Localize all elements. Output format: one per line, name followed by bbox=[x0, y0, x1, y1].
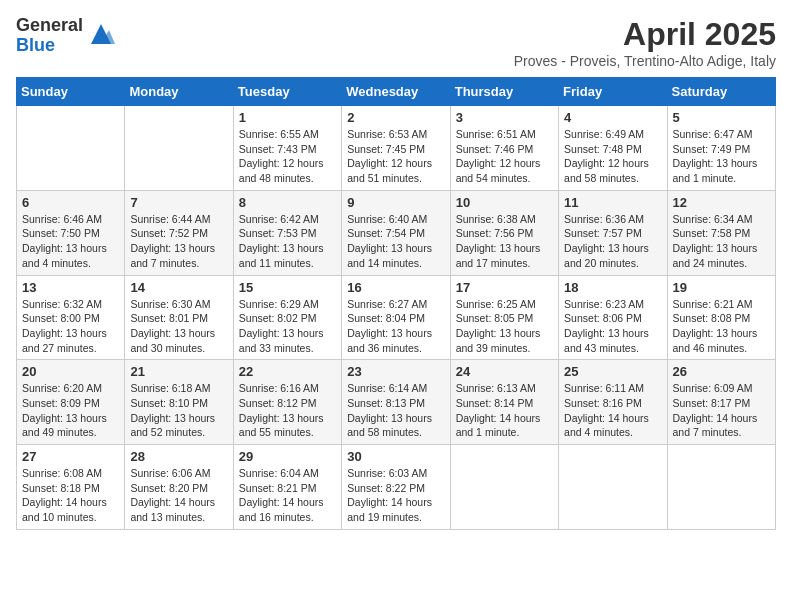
calendar-day-cell: 2Sunrise: 6:53 AM Sunset: 7:45 PM Daylig… bbox=[342, 106, 450, 191]
day-number: 27 bbox=[22, 449, 119, 464]
day-number: 14 bbox=[130, 280, 227, 295]
calendar-day-cell: 13Sunrise: 6:32 AM Sunset: 8:00 PM Dayli… bbox=[17, 275, 125, 360]
logo-blue: Blue bbox=[16, 36, 83, 56]
calendar-day-cell: 24Sunrise: 6:13 AM Sunset: 8:14 PM Dayli… bbox=[450, 360, 558, 445]
day-info: Sunrise: 6:36 AM Sunset: 7:57 PM Dayligh… bbox=[564, 212, 661, 271]
day-info: Sunrise: 6:34 AM Sunset: 7:58 PM Dayligh… bbox=[673, 212, 770, 271]
day-number: 7 bbox=[130, 195, 227, 210]
day-info: Sunrise: 6:27 AM Sunset: 8:04 PM Dayligh… bbox=[347, 297, 444, 356]
day-header-sunday: Sunday bbox=[17, 78, 125, 106]
day-number: 5 bbox=[673, 110, 770, 125]
day-number: 23 bbox=[347, 364, 444, 379]
day-number: 8 bbox=[239, 195, 336, 210]
day-info: Sunrise: 6:18 AM Sunset: 8:10 PM Dayligh… bbox=[130, 381, 227, 440]
day-info: Sunrise: 6:53 AM Sunset: 7:45 PM Dayligh… bbox=[347, 127, 444, 186]
day-number: 13 bbox=[22, 280, 119, 295]
day-header-friday: Friday bbox=[559, 78, 667, 106]
day-number: 2 bbox=[347, 110, 444, 125]
logo-icon bbox=[87, 20, 115, 48]
empty-cell bbox=[559, 445, 667, 530]
empty-cell bbox=[17, 106, 125, 191]
calendar-day-cell: 20Sunrise: 6:20 AM Sunset: 8:09 PM Dayli… bbox=[17, 360, 125, 445]
calendar-week-row: 1Sunrise: 6:55 AM Sunset: 7:43 PM Daylig… bbox=[17, 106, 776, 191]
day-number: 29 bbox=[239, 449, 336, 464]
day-number: 22 bbox=[239, 364, 336, 379]
day-number: 30 bbox=[347, 449, 444, 464]
subtitle: Proves - Proveis, Trentino-Alto Adige, I… bbox=[514, 53, 776, 69]
day-header-tuesday: Tuesday bbox=[233, 78, 341, 106]
empty-cell bbox=[125, 106, 233, 191]
calendar-day-cell: 5Sunrise: 6:47 AM Sunset: 7:49 PM Daylig… bbox=[667, 106, 775, 191]
day-info: Sunrise: 6:23 AM Sunset: 8:06 PM Dayligh… bbox=[564, 297, 661, 356]
calendar-day-cell: 16Sunrise: 6:27 AM Sunset: 8:04 PM Dayli… bbox=[342, 275, 450, 360]
calendar-day-cell: 9Sunrise: 6:40 AM Sunset: 7:54 PM Daylig… bbox=[342, 190, 450, 275]
day-number: 12 bbox=[673, 195, 770, 210]
day-number: 9 bbox=[347, 195, 444, 210]
day-info: Sunrise: 6:29 AM Sunset: 8:02 PM Dayligh… bbox=[239, 297, 336, 356]
day-header-monday: Monday bbox=[125, 78, 233, 106]
calendar-day-cell: 8Sunrise: 6:42 AM Sunset: 7:53 PM Daylig… bbox=[233, 190, 341, 275]
day-info: Sunrise: 6:03 AM Sunset: 8:22 PM Dayligh… bbox=[347, 466, 444, 525]
day-number: 3 bbox=[456, 110, 553, 125]
day-number: 25 bbox=[564, 364, 661, 379]
calendar-week-row: 20Sunrise: 6:20 AM Sunset: 8:09 PM Dayli… bbox=[17, 360, 776, 445]
day-number: 18 bbox=[564, 280, 661, 295]
day-info: Sunrise: 6:20 AM Sunset: 8:09 PM Dayligh… bbox=[22, 381, 119, 440]
calendar-week-row: 13Sunrise: 6:32 AM Sunset: 8:00 PM Dayli… bbox=[17, 275, 776, 360]
calendar-day-cell: 4Sunrise: 6:49 AM Sunset: 7:48 PM Daylig… bbox=[559, 106, 667, 191]
day-number: 6 bbox=[22, 195, 119, 210]
empty-cell bbox=[667, 445, 775, 530]
calendar-day-cell: 25Sunrise: 6:11 AM Sunset: 8:16 PM Dayli… bbox=[559, 360, 667, 445]
calendar-table: SundayMondayTuesdayWednesdayThursdayFrid… bbox=[16, 77, 776, 530]
calendar-day-cell: 30Sunrise: 6:03 AM Sunset: 8:22 PM Dayli… bbox=[342, 445, 450, 530]
calendar-day-cell: 27Sunrise: 6:08 AM Sunset: 8:18 PM Dayli… bbox=[17, 445, 125, 530]
calendar-day-cell: 6Sunrise: 6:46 AM Sunset: 7:50 PM Daylig… bbox=[17, 190, 125, 275]
day-number: 11 bbox=[564, 195, 661, 210]
calendar-day-cell: 14Sunrise: 6:30 AM Sunset: 8:01 PM Dayli… bbox=[125, 275, 233, 360]
day-info: Sunrise: 6:49 AM Sunset: 7:48 PM Dayligh… bbox=[564, 127, 661, 186]
day-info: Sunrise: 6:40 AM Sunset: 7:54 PM Dayligh… bbox=[347, 212, 444, 271]
day-info: Sunrise: 6:21 AM Sunset: 8:08 PM Dayligh… bbox=[673, 297, 770, 356]
calendar-day-cell: 17Sunrise: 6:25 AM Sunset: 8:05 PM Dayli… bbox=[450, 275, 558, 360]
calendar-day-cell: 12Sunrise: 6:34 AM Sunset: 7:58 PM Dayli… bbox=[667, 190, 775, 275]
day-header-thursday: Thursday bbox=[450, 78, 558, 106]
logo: General Blue bbox=[16, 16, 115, 56]
day-header-saturday: Saturday bbox=[667, 78, 775, 106]
day-number: 26 bbox=[673, 364, 770, 379]
calendar-day-cell: 18Sunrise: 6:23 AM Sunset: 8:06 PM Dayli… bbox=[559, 275, 667, 360]
logo-general: General bbox=[16, 16, 83, 36]
day-info: Sunrise: 6:16 AM Sunset: 8:12 PM Dayligh… bbox=[239, 381, 336, 440]
day-number: 19 bbox=[673, 280, 770, 295]
calendar-day-cell: 22Sunrise: 6:16 AM Sunset: 8:12 PM Dayli… bbox=[233, 360, 341, 445]
day-info: Sunrise: 6:44 AM Sunset: 7:52 PM Dayligh… bbox=[130, 212, 227, 271]
calendar-day-cell: 11Sunrise: 6:36 AM Sunset: 7:57 PM Dayli… bbox=[559, 190, 667, 275]
calendar-week-row: 27Sunrise: 6:08 AM Sunset: 8:18 PM Dayli… bbox=[17, 445, 776, 530]
day-number: 28 bbox=[130, 449, 227, 464]
day-info: Sunrise: 6:09 AM Sunset: 8:17 PM Dayligh… bbox=[673, 381, 770, 440]
day-number: 10 bbox=[456, 195, 553, 210]
day-info: Sunrise: 6:04 AM Sunset: 8:21 PM Dayligh… bbox=[239, 466, 336, 525]
day-info: Sunrise: 6:55 AM Sunset: 7:43 PM Dayligh… bbox=[239, 127, 336, 186]
empty-cell bbox=[450, 445, 558, 530]
day-number: 17 bbox=[456, 280, 553, 295]
calendar-day-cell: 28Sunrise: 6:06 AM Sunset: 8:20 PM Dayli… bbox=[125, 445, 233, 530]
calendar-day-cell: 3Sunrise: 6:51 AM Sunset: 7:46 PM Daylig… bbox=[450, 106, 558, 191]
day-info: Sunrise: 6:51 AM Sunset: 7:46 PM Dayligh… bbox=[456, 127, 553, 186]
day-info: Sunrise: 6:42 AM Sunset: 7:53 PM Dayligh… bbox=[239, 212, 336, 271]
calendar-day-cell: 15Sunrise: 6:29 AM Sunset: 8:02 PM Dayli… bbox=[233, 275, 341, 360]
day-info: Sunrise: 6:08 AM Sunset: 8:18 PM Dayligh… bbox=[22, 466, 119, 525]
day-info: Sunrise: 6:14 AM Sunset: 8:13 PM Dayligh… bbox=[347, 381, 444, 440]
calendar-day-cell: 10Sunrise: 6:38 AM Sunset: 7:56 PM Dayli… bbox=[450, 190, 558, 275]
day-info: Sunrise: 6:32 AM Sunset: 8:00 PM Dayligh… bbox=[22, 297, 119, 356]
calendar-day-cell: 1Sunrise: 6:55 AM Sunset: 7:43 PM Daylig… bbox=[233, 106, 341, 191]
calendar-day-cell: 23Sunrise: 6:14 AM Sunset: 8:13 PM Dayli… bbox=[342, 360, 450, 445]
calendar-day-cell: 26Sunrise: 6:09 AM Sunset: 8:17 PM Dayli… bbox=[667, 360, 775, 445]
calendar-week-row: 6Sunrise: 6:46 AM Sunset: 7:50 PM Daylig… bbox=[17, 190, 776, 275]
day-number: 4 bbox=[564, 110, 661, 125]
day-info: Sunrise: 6:25 AM Sunset: 8:05 PM Dayligh… bbox=[456, 297, 553, 356]
day-info: Sunrise: 6:06 AM Sunset: 8:20 PM Dayligh… bbox=[130, 466, 227, 525]
day-header-wednesday: Wednesday bbox=[342, 78, 450, 106]
day-info: Sunrise: 6:13 AM Sunset: 8:14 PM Dayligh… bbox=[456, 381, 553, 440]
day-info: Sunrise: 6:47 AM Sunset: 7:49 PM Dayligh… bbox=[673, 127, 770, 186]
day-number: 20 bbox=[22, 364, 119, 379]
